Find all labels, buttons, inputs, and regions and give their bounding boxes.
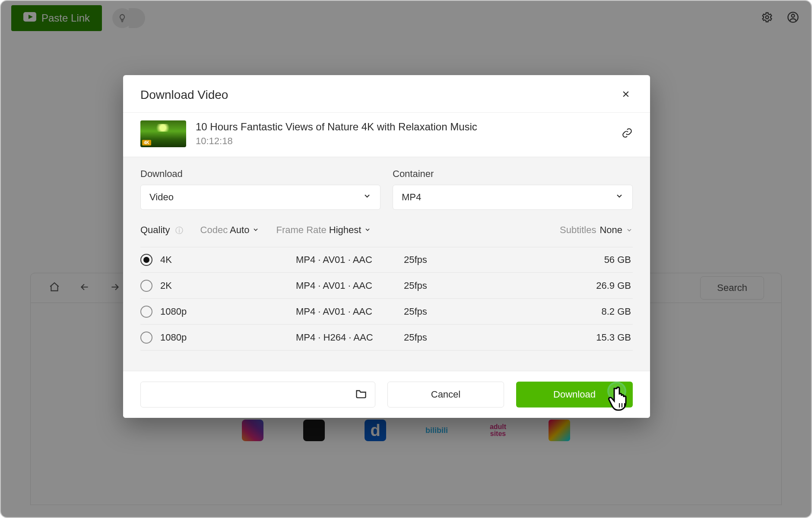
quality-label: 4K: [160, 254, 172, 265]
container-value: MP4: [402, 192, 421, 203]
quality-option-row[interactable]: 2KMP4 · AV01 · AAC25fps26.9 GB: [140, 273, 633, 299]
video-info-row: 4K 10 Hours Fantastic Views of Nature 4K…: [123, 113, 650, 157]
link-icon: [622, 133, 633, 140]
fps-label: 25fps: [404, 254, 473, 265]
quality-label: 1080p: [160, 332, 187, 343]
fps-label: 25fps: [404, 306, 473, 317]
quality-heading: Quality ⓘ: [140, 224, 183, 236]
chevron-down-icon: [252, 226, 259, 233]
radio-icon: [140, 280, 152, 292]
format-label: MP4 · H264 · AAC: [296, 332, 404, 343]
format-label: MP4 · AV01 · AAC: [296, 280, 404, 291]
video-thumbnail: 4K: [140, 120, 186, 147]
save-path-field[interactable]: [140, 382, 375, 407]
thumb-quality-badge: 4K: [142, 140, 151, 145]
size-label: 26.9 GB: [473, 280, 633, 291]
info-icon[interactable]: ⓘ: [175, 226, 183, 235]
radio-icon: [140, 254, 152, 266]
download-video-modal: Download Video 4K 10 Hours Fantastic Vie…: [123, 75, 650, 418]
container-select[interactable]: MP4: [393, 185, 633, 210]
modal-footer: Cancel Download: [123, 371, 650, 418]
chevron-down-icon: [626, 227, 633, 234]
quality-option-row[interactable]: 1080pMP4 · AV01 · AAC25fps8.2 GB: [140, 299, 633, 325]
chevron-down-icon: [364, 226, 371, 233]
modal-title: Download Video: [140, 88, 228, 102]
framerate-filter[interactable]: Frame Rate Highest: [276, 224, 371, 236]
size-label: 15.3 GB: [473, 332, 633, 343]
modal-header: Download Video: [123, 75, 650, 113]
app-window: Paste Link: [0, 0, 812, 518]
quality-option-row[interactable]: 4KMP4 · AV01 · AAC25fps56 GB: [140, 247, 633, 273]
radio-icon: [140, 306, 152, 318]
cancel-button[interactable]: Cancel: [387, 382, 504, 407]
folder-icon: [355, 388, 367, 401]
size-label: 8.2 GB: [473, 306, 633, 317]
modal-body: Download Video Container MP4 Qualit: [123, 157, 650, 371]
close-icon: [622, 92, 630, 100]
size-label: 56 GB: [473, 254, 633, 265]
download-type-value: Video: [149, 192, 174, 203]
quality-label: 2K: [160, 280, 172, 291]
video-duration: 10:12:18: [196, 136, 477, 147]
quality-label: 1080p: [160, 306, 187, 317]
quality-filters: Quality ⓘ Codec Auto Frame Rate Highest: [140, 224, 633, 236]
chevron-down-icon: [615, 192, 624, 203]
copy-link-button[interactable]: [622, 127, 633, 140]
fps-label: 25fps: [404, 280, 473, 291]
fps-label: 25fps: [404, 332, 473, 343]
radio-icon: [140, 332, 152, 344]
format-label: MP4 · AV01 · AAC: [296, 254, 404, 265]
download-type-label: Download: [140, 168, 381, 180]
video-title: 10 Hours Fantastic Views of Nature 4K wi…: [196, 121, 477, 133]
modal-close-button[interactable]: [619, 87, 633, 103]
quality-option-row[interactable]: 1080pMP4 · H264 · AAC25fps15.3 GB: [140, 325, 633, 351]
download-button[interactable]: Download: [516, 382, 633, 407]
container-label: Container: [393, 168, 633, 180]
codec-filter[interactable]: Codec Auto: [200, 224, 259, 236]
subtitles-filter[interactable]: Subtitles None: [560, 224, 633, 236]
chevron-down-icon: [363, 192, 371, 203]
download-type-select[interactable]: Video: [140, 185, 381, 210]
quality-option-list: 4KMP4 · AV01 · AAC25fps56 GB2KMP4 · AV01…: [140, 247, 633, 351]
format-label: MP4 · AV01 · AAC: [296, 306, 404, 317]
